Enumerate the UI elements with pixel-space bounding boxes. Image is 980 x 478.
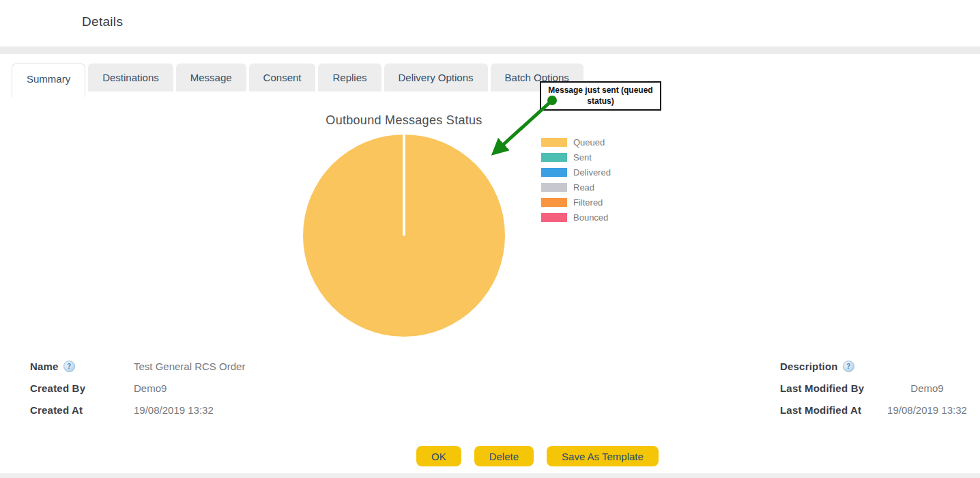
legend-item: Delivered: [541, 168, 611, 177]
legend-label: Filtered: [573, 197, 603, 208]
created-by-value: Demo9: [134, 382, 167, 394]
legend-swatch: [541, 183, 567, 192]
page-title: Details: [82, 14, 123, 29]
info-row-last-modified-by: Last Modified By Demo9: [780, 382, 970, 395]
legend-item: Bounced: [541, 213, 611, 222]
created-by-label: Created By: [30, 382, 134, 394]
help-icon[interactable]: ?: [843, 361, 854, 372]
legend-label: Bounced: [573, 212, 608, 223]
save-as-template-button[interactable]: Save As Template: [547, 446, 659, 466]
legend-swatch: [541, 138, 567, 147]
last-modified-at-value: 19/08/2019 13:32: [884, 404, 970, 416]
info-row-last-modified-at: Last Modified At 19/08/2019 13:32: [780, 404, 970, 417]
created-at-value: 19/08/2019 13:32: [134, 404, 214, 416]
legend-label: Queued: [573, 137, 605, 147]
footer-bar: [0, 473, 980, 478]
last-modified-by-label: Last Modified By: [780, 382, 884, 394]
chart-title: Outbound Messages Status: [305, 113, 503, 128]
info-row-description: Description ?: [780, 360, 970, 373]
legend-label: Sent: [573, 152, 592, 163]
legend-item: Filtered: [541, 198, 611, 207]
tab-message[interactable]: Message: [176, 64, 246, 92]
tab-delivery-options[interactable]: Delivery Options: [384, 64, 488, 92]
info-row-name: Name ? Test General RCS Order: [30, 360, 317, 373]
ok-button[interactable]: OK: [416, 446, 461, 466]
help-icon[interactable]: ?: [63, 361, 75, 372]
created-at-label: Created At: [30, 404, 134, 416]
pie-slice-divider: [403, 135, 405, 236]
last-modified-by-label-text: Last Modified By: [780, 382, 864, 394]
delete-button[interactable]: Delete: [474, 446, 534, 466]
last-modified-by-value: Demo9: [884, 382, 970, 394]
tab-destinations[interactable]: Destinations: [88, 64, 173, 92]
tab-summary[interactable]: Summary: [12, 64, 85, 97]
chart-legend: QueuedSentDeliveredReadFilteredBounced: [541, 138, 611, 228]
tab-bar: Summary Destinations Message Consent Rep…: [12, 64, 583, 97]
header-divider: [0, 46, 980, 54]
legend-item: Sent: [541, 153, 611, 162]
info-right-column: Description ? Last Modified By Demo9 Las…: [780, 360, 970, 425]
name-label: Name ?: [30, 361, 134, 372]
info-row-created-at: Created At 19/08/2019 13:32: [30, 404, 317, 417]
legend-item: Queued: [541, 138, 611, 147]
tab-replies[interactable]: Replies: [318, 64, 381, 92]
created-at-label-text: Created At: [30, 404, 83, 416]
name-value: Test General RCS Order: [134, 361, 245, 372]
created-by-label-text: Created By: [30, 382, 85, 394]
action-button-row: OK Delete Save As Template: [416, 446, 659, 466]
description-label: Description ?: [780, 361, 884, 372]
legend-swatch: [541, 198, 567, 207]
legend-swatch: [541, 168, 567, 177]
name-label-text: Name: [30, 361, 59, 372]
legend-swatch: [541, 213, 567, 222]
legend-swatch: [541, 153, 567, 162]
info-left-column: Name ? Test General RCS Order Created By…: [30, 360, 317, 425]
legend-item: Read: [541, 183, 611, 192]
last-modified-at-label: Last Modified At: [780, 404, 884, 416]
annotation-box: Message just sent (queued status): [540, 81, 661, 111]
legend-label: Delivered: [573, 167, 611, 178]
legend-label: Read: [573, 182, 594, 193]
info-row-created-by: Created By Demo9: [30, 382, 317, 395]
tab-consent[interactable]: Consent: [249, 64, 316, 92]
pie-chart-wrapper: [303, 135, 505, 337]
last-modified-at-label-text: Last Modified At: [780, 404, 861, 416]
description-label-text: Description: [780, 361, 838, 372]
